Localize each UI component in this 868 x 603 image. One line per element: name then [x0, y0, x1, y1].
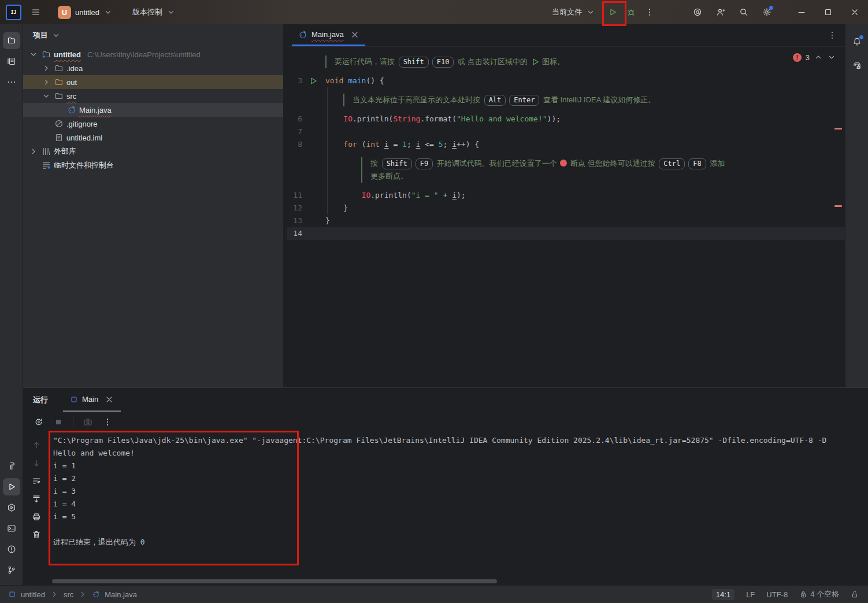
close-tab-icon[interactable] [350, 30, 359, 39]
editor-options-button[interactable] [828, 31, 837, 40]
error-stripe-mark[interactable] [834, 128, 842, 130]
code-line-3[interactable]: 3void main() { [287, 75, 845, 87]
indent-lock-icon [799, 590, 807, 598]
chevron-spacer [42, 133, 51, 142]
search-everywhere-button[interactable] [735, 3, 752, 21]
breadcrumb-src[interactable]: src [64, 590, 73, 599]
chevron-down-icon[interactable] [29, 50, 38, 59]
chevron-up-icon[interactable] [814, 53, 823, 62]
chevron-right-icon[interactable] [42, 77, 51, 87]
tree-item-main.java[interactable]: Main.java [23, 103, 283, 117]
run-tab-main[interactable]: Main [63, 388, 121, 412]
more-tool-windows-button[interactable] [3, 73, 20, 91]
java-class-icon [92, 590, 100, 598]
project-widget[interactable]: U untitled [53, 3, 117, 21]
console-output[interactable]: "C:\Program Files\Java\jdk-25\bin\java.e… [53, 432, 862, 577]
file-icon [54, 133, 64, 143]
indent-widget[interactable]: 4 个空格 [799, 589, 839, 600]
clear-console-button[interactable] [29, 527, 44, 542]
main-menu-button[interactable] [27, 3, 45, 21]
line-separator[interactable]: LF [746, 590, 755, 599]
code-line-13[interactable]: 13} [287, 214, 845, 227]
chevron-right-icon[interactable] [29, 147, 38, 156]
stop-button[interactable] [50, 413, 67, 431]
horizontal-scrollbar[interactable] [52, 579, 497, 583]
maximize-button[interactable] [815, 1, 841, 24]
code-line-6[interactable]: 6 IO.println(String.format("Hello and we… [287, 113, 845, 125]
inline-hint: 按 ShiftF9 开始调试代码。我们已经设置了一个 断点 但您始终可以通过按 … [287, 151, 845, 189]
chevron-down-icon[interactable] [42, 91, 51, 101]
chevron-down-icon [586, 8, 595, 17]
breadcrumb-project[interactable]: untitled [21, 590, 45, 599]
debug-button[interactable] [622, 3, 640, 21]
error-stripe-mark[interactable] [834, 205, 842, 207]
next-occurrence-button[interactable] [29, 456, 44, 471]
close-button[interactable] [841, 1, 868, 24]
tree-item-untitled.iml[interactable]: untitled.iml [23, 131, 283, 145]
gutter-spacer [307, 214, 320, 227]
soft-wrap-button[interactable] [29, 473, 44, 489]
line-number: 7 [287, 125, 302, 138]
code-line-8[interactable]: 8 for (int i = 1; i <= 5; i++) { [287, 138, 845, 151]
tree-item-外部库[interactable]: 外部库 [23, 145, 283, 158]
line-number: 3 [287, 75, 302, 87]
code-editor[interactable]: 要运行代码，请按 ShiftF10 或 点击装订区域中的 图标。3void ma… [287, 47, 845, 240]
scroll-to-end-button[interactable] [29, 491, 44, 506]
rerun-button[interactable] [30, 413, 47, 431]
chevron-right-icon[interactable] [42, 64, 51, 73]
notifications-button[interactable] [848, 33, 866, 50]
vcs-widget[interactable]: 版本控制 [128, 5, 180, 20]
services-tool-button[interactable] [3, 499, 20, 516]
folder-icon [54, 64, 64, 73]
run-configuration-widget[interactable]: 当前文件 [547, 5, 600, 20]
build-tool-button[interactable] [3, 457, 20, 475]
screenshot-button[interactable] [79, 413, 97, 431]
more-run-options-button[interactable] [640, 3, 659, 21]
run-gutter-icon[interactable] [307, 75, 320, 87]
ai-attach-button[interactable] [689, 3, 706, 21]
commit-tool-button[interactable] [3, 53, 20, 70]
keycap: Alt [484, 95, 506, 106]
tree-item-.idea[interactable]: .idea [23, 61, 283, 75]
bug-icon [626, 8, 636, 17]
run-button[interactable] [603, 3, 622, 21]
project-tool-button[interactable] [3, 32, 20, 49]
code-line-14[interactable]: 14 [287, 227, 845, 240]
caret-position[interactable]: 14:1 [712, 589, 735, 600]
tab-main-java[interactable]: Main.java [292, 24, 365, 46]
tree-item-out[interactable]: out [23, 75, 283, 89]
git-tool-button[interactable] [3, 561, 20, 579]
inspections-widget[interactable]: ! 3 [793, 53, 836, 62]
tree-item-src[interactable]: src [23, 89, 283, 103]
code-line-11[interactable]: 11 IO.println("i = " + i); [287, 189, 845, 202]
tree-item-临时文件和控制台[interactable]: 临时文件和控制台 [23, 158, 283, 172]
breadcrumb-file[interactable]: Main.java [105, 590, 137, 599]
hint-text: 要运行代码，请按 ShiftF10 或 点击装订区域中的 图标。 [325, 56, 565, 68]
settings-button[interactable] [758, 3, 776, 21]
code-line-7[interactable]: 7 [287, 125, 845, 138]
terminal-tool-button[interactable] [3, 520, 20, 537]
print-button[interactable] [29, 509, 44, 524]
file-encoding[interactable]: UTF-8 [766, 590, 788, 599]
navbar-top [3, 30, 20, 93]
code-line-12[interactable]: 12 } [287, 202, 845, 214]
close-tab-icon[interactable] [105, 395, 114, 404]
run-tool-button[interactable] [3, 478, 20, 495]
breakpoint-icon [560, 160, 567, 167]
console-options-button[interactable] [99, 413, 116, 431]
chevron-down-icon[interactable] [51, 31, 61, 40]
chevron-down-icon [103, 8, 113, 17]
add-user-button[interactable] [712, 3, 729, 21]
minimize-button[interactable] [788, 1, 815, 24]
writable-lock-icon[interactable] [851, 590, 859, 598]
ide-window: IJ U untitled 版本控制 当前文件 项目 [0, 0, 868, 603]
problems-tool-button[interactable] [3, 541, 20, 558]
prev-occurrence-button[interactable] [29, 438, 44, 453]
code-text: void main() { [325, 75, 384, 87]
tree-item-untitled[interactable]: untitledC:\Users\tiny\IdeaProjects\untit… [23, 47, 283, 61]
scratch-icon [41, 161, 51, 171]
projfolder-icon [41, 50, 51, 60]
ai-assistant-button[interactable] [848, 57, 866, 74]
chevron-down-icon[interactable] [827, 53, 836, 62]
tree-item-.gitignore[interactable]: .gitignore [23, 117, 283, 131]
